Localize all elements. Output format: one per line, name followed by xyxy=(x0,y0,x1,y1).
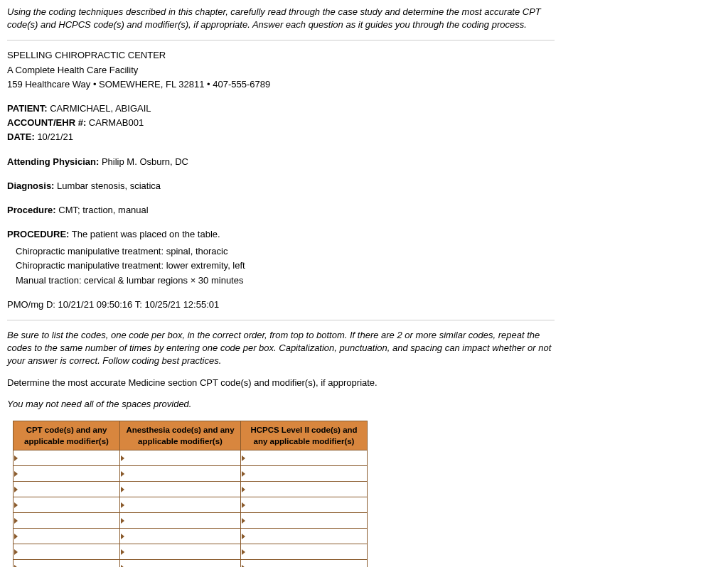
intro-instructions: Using the coding techniques described in… xyxy=(7,6,555,31)
procedure-short-label: Procedure: xyxy=(7,205,56,215)
account-label: ACCOUNT/EHR #: xyxy=(7,117,86,128)
space-hint: You may not need all of the spaces provi… xyxy=(7,398,555,411)
code-input-anesthesia-3[interactable] xyxy=(120,482,240,497)
code-cell-anesthesia xyxy=(120,513,241,529)
divider-bottom xyxy=(7,320,555,320)
caret-icon xyxy=(242,455,245,461)
caret-icon xyxy=(14,534,18,539)
procedure-short-value: CMT; traction, manual xyxy=(58,205,148,215)
diagnosis-value: Lumbar stenosis, sciatica xyxy=(57,180,161,191)
table-row xyxy=(14,497,368,513)
table-row xyxy=(14,529,368,544)
table-row xyxy=(14,513,368,529)
procedure-long-line: PROCEDURE: The patient was placed on the… xyxy=(7,228,555,241)
code-input-cpt-2[interactable] xyxy=(14,466,119,481)
code-cell-anesthesia xyxy=(120,544,241,560)
account-value: CARMAB001 xyxy=(89,117,144,128)
code-input-hcpcs-5[interactable] xyxy=(241,513,367,528)
code-input-anesthesia-6[interactable] xyxy=(120,529,240,544)
caret-icon xyxy=(14,502,18,508)
code-cell-cpt xyxy=(14,497,120,513)
caret-icon xyxy=(242,549,245,555)
code-input-hcpcs-2[interactable] xyxy=(241,466,367,481)
date-value: 10/21/21 xyxy=(37,131,73,142)
caret-icon xyxy=(121,471,124,477)
caret-icon xyxy=(14,549,18,555)
code-cell-hcpcs xyxy=(241,466,368,482)
procedure-long-value: The patient was placed on the table. xyxy=(72,229,220,239)
caret-icon xyxy=(14,487,18,492)
code-input-cpt-7[interactable] xyxy=(14,544,119,559)
table-row xyxy=(14,544,368,560)
code-input-cpt-5[interactable] xyxy=(14,513,119,528)
code-input-cpt-4[interactable] xyxy=(14,497,119,512)
caret-icon xyxy=(121,455,124,461)
code-cell-anesthesia xyxy=(120,529,241,544)
caret-icon xyxy=(121,565,124,567)
facility-address: 159 Healthcare Way • SOMEWHERE, FL 32811… xyxy=(7,78,555,91)
code-input-anesthesia-4[interactable] xyxy=(120,497,240,512)
code-entry-table: CPT code(s) and any applicable modifier(… xyxy=(13,421,368,567)
caret-icon xyxy=(242,487,245,492)
procedure-detail-1: Chiropractic manipulative treatment: spi… xyxy=(16,245,555,258)
col-header-anesthesia: Anesthesia code(s) and any applicable mo… xyxy=(120,421,241,450)
caret-icon xyxy=(121,487,124,492)
account-line: ACCOUNT/EHR #: CARMAB001 xyxy=(7,117,555,129)
caret-icon xyxy=(242,471,245,477)
procedure-long-label: PROCEDURE: xyxy=(7,229,69,239)
caret-icon xyxy=(121,518,124,524)
dictation-footer: PMO/mg D: 10/21/21 09:50:16 T: 10/25/21 … xyxy=(7,298,555,311)
code-input-cpt-6[interactable] xyxy=(14,529,119,544)
code-cell-anesthesia xyxy=(120,482,241,497)
code-input-anesthesia-5[interactable] xyxy=(120,513,240,528)
code-cell-hcpcs xyxy=(241,497,368,513)
code-cell-hcpcs xyxy=(241,560,368,567)
patient-label: PATIENT: xyxy=(7,103,48,114)
code-cell-hcpcs xyxy=(241,529,368,544)
caret-icon xyxy=(242,518,245,524)
code-input-anesthesia-8[interactable] xyxy=(120,560,240,567)
code-input-hcpcs-4[interactable] xyxy=(241,497,367,512)
attending-label: Attending Physician: xyxy=(7,156,99,167)
code-input-anesthesia-2[interactable] xyxy=(120,466,240,481)
caret-icon xyxy=(14,565,18,567)
table-row xyxy=(14,560,368,567)
procedure-detail-2: Chiropractic manipulative treatment: low… xyxy=(16,259,555,272)
procedure-detail-block: Chiropractic manipulative treatment: spi… xyxy=(7,245,555,287)
caret-icon xyxy=(121,502,124,508)
caret-icon xyxy=(14,471,18,477)
code-cell-cpt xyxy=(14,513,120,529)
caret-icon xyxy=(242,534,245,539)
procedure-detail-3: Manual traction: cervical & lumbar regio… xyxy=(16,274,555,287)
code-input-hcpcs-3[interactable] xyxy=(241,482,367,497)
table-row xyxy=(14,466,368,482)
patient-line: PATIENT: CARMICHAEL, ABIGAIL xyxy=(7,102,555,115)
code-input-hcpcs-8[interactable] xyxy=(241,560,367,567)
diagnosis-line: Diagnosis: Lumbar stenosis, sciatica xyxy=(7,180,555,193)
table-row xyxy=(14,482,368,497)
caret-icon xyxy=(14,518,18,524)
table-row xyxy=(14,450,368,466)
code-cell-cpt xyxy=(14,560,120,567)
caret-icon xyxy=(242,502,245,508)
code-cell-cpt xyxy=(14,544,120,560)
procedure-short-line: Procedure: CMT; traction, manual xyxy=(7,204,555,217)
attending-line: Attending Physician: Philip M. Osburn, D… xyxy=(7,156,555,168)
code-cell-hcpcs xyxy=(241,513,368,529)
code-input-anesthesia-7[interactable] xyxy=(120,544,240,559)
code-input-anesthesia-1[interactable] xyxy=(120,450,240,465)
code-input-cpt-8[interactable] xyxy=(14,560,119,567)
case-study-body: SPELLING CHIROPRACTIC CENTER A Complete … xyxy=(7,49,555,311)
facility-tagline: A Complete Health Care Facility xyxy=(7,64,555,77)
code-input-cpt-3[interactable] xyxy=(14,482,119,497)
code-input-cpt-1[interactable] xyxy=(14,450,119,465)
code-input-hcpcs-6[interactable] xyxy=(241,529,367,544)
date-line: DATE: 10/21/21 xyxy=(7,131,555,144)
code-input-hcpcs-1[interactable] xyxy=(241,450,367,465)
code-cell-hcpcs xyxy=(241,482,368,497)
question-prompt: Determine the most accurate Medicine sec… xyxy=(7,377,555,389)
code-input-hcpcs-7[interactable] xyxy=(241,544,367,559)
code-cell-anesthesia xyxy=(120,560,241,567)
code-cell-anesthesia xyxy=(120,497,241,513)
code-cell-anesthesia xyxy=(120,450,241,466)
